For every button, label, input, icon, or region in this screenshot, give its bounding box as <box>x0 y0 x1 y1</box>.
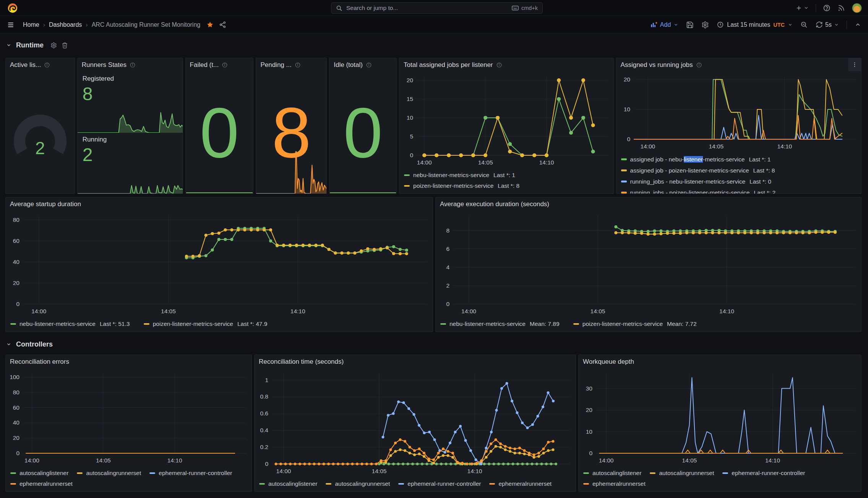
chart-legend: nebu-listener-metrics-serviceLast *: 51.… <box>6 317 433 332</box>
legend-item[interactable]: ephemeralrunnerset <box>10 480 73 487</box>
help-icon[interactable] <box>823 4 831 12</box>
grafana-logo[interactable] <box>7 2 18 14</box>
time-range-picker[interactable]: Last 15 minutes UTC <box>717 21 793 28</box>
legend-item[interactable]: running_jobs - poizen-listener-metrics-s… <box>621 189 776 194</box>
save-dashboard-icon[interactable] <box>686 21 694 29</box>
menu-toggle-icon[interactable] <box>7 21 15 29</box>
breadcrumb-dashboards[interactable]: Dashboards <box>49 21 82 28</box>
panel-menu-button[interactable] <box>848 58 861 71</box>
legend-swatch <box>621 169 627 171</box>
legend-item[interactable]: ephemeral-runner-controller <box>722 470 805 477</box>
info-icon[interactable] <box>295 62 301 68</box>
clock-icon <box>717 21 724 28</box>
breadcrumb-home[interactable]: Home <box>23 21 39 28</box>
legend-swatch <box>10 472 16 474</box>
svg-text:14:10: 14:10 <box>467 468 482 474</box>
legend-item[interactable]: assigned job - poizen-listener-metrics-s… <box>621 167 775 174</box>
legend-item[interactable]: nebu-listener-metrics-serviceMean: 7.89 <box>440 321 560 327</box>
dashboard-toolbar: Home › Dashboards › ARC Autoscaling Runn… <box>0 16 868 34</box>
panel-title[interactable]: Runners States <box>82 61 127 69</box>
legend-item[interactable]: poizen-listener-metrics-serviceMean: 7.7… <box>573 321 697 327</box>
time-series-chart[interactable]: 0510152014:0014:0514:10 <box>399 72 613 168</box>
legend-swatch <box>621 158 627 160</box>
svg-text:10: 10 <box>623 106 630 112</box>
panel-title[interactable]: Pending ... <box>260 61 291 69</box>
legend-item[interactable]: autoscalinglistener <box>259 480 317 487</box>
dashboard-settings-icon[interactable] <box>701 21 709 29</box>
time-series-chart[interactable]: 0246814:0014:0514:10 <box>436 211 861 317</box>
legend-item[interactable]: autoscalingrunnerset <box>77 470 141 477</box>
legend-item[interactable]: nebu-listener-metrics-serviceLast *: 51.… <box>10 321 130 327</box>
legend-item[interactable]: ephemeralrunnerset <box>583 480 646 487</box>
svg-text:2: 2 <box>446 282 449 289</box>
svg-text:0.6: 0.6 <box>260 410 268 417</box>
info-icon[interactable] <box>366 62 372 68</box>
panel-idle: Idle (total) 0 <box>329 58 397 194</box>
panel-title[interactable]: Workqueue depth <box>583 358 634 366</box>
svg-text:100: 100 <box>10 374 19 380</box>
legend-item[interactable]: autoscalinglistener <box>583 470 641 477</box>
svg-text:40: 40 <box>13 259 20 265</box>
panel-avg-startup: Average startup duration 02040608014:001… <box>5 197 433 332</box>
stat-registered: Registered 8 <box>78 72 183 133</box>
legend-swatch <box>573 323 579 325</box>
svg-text:8: 8 <box>446 227 449 234</box>
panel-title[interactable]: Assigned vs running jobs <box>621 61 693 69</box>
panel-title[interactable]: Total assigned jobs per listener <box>404 61 493 69</box>
time-series-chart[interactable]: 010203014:0014:0514:10 <box>579 369 861 466</box>
chevron-right-icon: › <box>86 21 88 28</box>
legend-item[interactable]: autoscalingrunnerset <box>650 470 714 477</box>
legend-swatch <box>398 483 404 485</box>
legend-item[interactable]: autoscalinglistener <box>10 470 68 477</box>
section-runtime[interactable]: Runtime <box>6 38 868 52</box>
panel-title[interactable]: Idle (total) <box>334 61 363 69</box>
panel-title[interactable]: Average startup duration <box>10 200 81 208</box>
legend-item[interactable]: nebu-listener-metrics-serviceLast *: 1 <box>404 172 515 179</box>
info-icon[interactable] <box>222 62 228 68</box>
time-series-chart[interactable]: 02040608014:0014:0514:10 <box>6 211 433 317</box>
panel-active-listeners: Active lis... 2 <box>5 58 75 194</box>
panel-title[interactable]: Active lis... <box>10 61 41 69</box>
refresh-picker[interactable]: 5s <box>816 21 839 28</box>
info-icon[interactable] <box>496 62 502 68</box>
time-series-chart[interactable]: 02040608010014:0014:0514:10 <box>6 369 251 466</box>
info-icon[interactable] <box>130 62 136 68</box>
new-button[interactable] <box>795 5 809 11</box>
time-series-chart[interactable]: 0102014:0014:0514:10 <box>617 72 861 152</box>
section-controllers[interactable]: Controllers <box>6 337 868 351</box>
user-avatar[interactable] <box>852 3 862 13</box>
news-icon[interactable] <box>837 4 845 12</box>
legend-item[interactable]: ephemeral-runner-controller <box>149 470 232 477</box>
svg-text:0: 0 <box>627 136 630 142</box>
panel-title[interactable]: Failed (t... <box>190 61 219 69</box>
legend-item[interactable]: ephemeral-runner-controller <box>398 480 481 487</box>
search-input[interactable]: Search or jump to... cmd+k <box>331 2 543 14</box>
panel-failed: Failed (t... 0 <box>185 58 254 194</box>
legend-item[interactable]: poizen-listener-metrics-serviceLast *: 4… <box>144 321 268 327</box>
time-series-chart[interactable]: 00.20.40.60.8114:0014:0514:10 <box>255 369 576 477</box>
legend-item[interactable]: poizen-listener-metrics-serviceLast *: 8 <box>404 182 519 189</box>
panel-title[interactable]: Reconciliation errors <box>10 358 69 366</box>
legend-item[interactable]: ephemeralrunnerset <box>489 480 552 487</box>
legend-item[interactable]: assigned job - nebu-listener-metrics-ser… <box>621 156 771 163</box>
favorite-star-icon[interactable] <box>206 21 214 28</box>
panel-title[interactable]: Average execution duration (seconds) <box>440 200 549 208</box>
sparkline-registered <box>78 111 183 133</box>
legend-item[interactable]: running_jobs - nebu-listener-metrics-ser… <box>621 178 771 185</box>
info-icon[interactable] <box>696 62 702 68</box>
svg-text:0: 0 <box>589 450 592 456</box>
panel-title[interactable]: Reconciliation time (seconds) <box>259 358 344 366</box>
row-settings-icon[interactable] <box>50 42 57 49</box>
info-icon[interactable] <box>44 62 50 68</box>
add-button[interactable]: Add <box>650 21 678 28</box>
legend-item[interactable]: autoscalingrunnerset <box>326 480 390 487</box>
legend-swatch <box>621 192 627 194</box>
collapse-toolbar-icon[interactable] <box>855 21 861 28</box>
legend-swatch <box>440 323 446 325</box>
svg-text:1: 1 <box>265 377 268 383</box>
svg-text:14:00: 14:00 <box>24 457 39 464</box>
zoom-out-icon[interactable] <box>800 21 808 29</box>
share-icon[interactable] <box>219 21 226 28</box>
row-delete-icon[interactable] <box>62 42 68 49</box>
legend-swatch <box>583 472 589 474</box>
